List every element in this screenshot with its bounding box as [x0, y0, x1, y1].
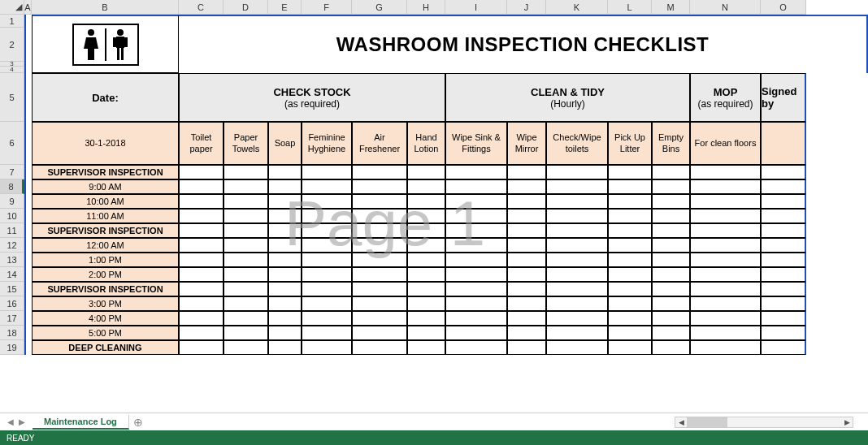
- select-all-corner[interactable]: ◢: [0, 0, 24, 15]
- row-header-7[interactable]: 7: [0, 165, 24, 179]
- checklist-cell[interactable]: [224, 223, 268, 238]
- row-header-10[interactable]: 10: [0, 209, 24, 223]
- checklist-cell[interactable]: [652, 223, 690, 238]
- supervisor-label[interactable]: SUPERVISOR INSPECTION: [32, 223, 179, 238]
- checklist-cell[interactable]: [224, 238, 268, 253]
- checklist-cell[interactable]: [302, 179, 352, 194]
- tab-maintenance-log[interactable]: Maintenance Log: [33, 415, 129, 430]
- checklist-cell[interactable]: [302, 326, 352, 340]
- checklist-cell[interactable]: [507, 296, 546, 311]
- checklist-cell[interactable]: [407, 238, 445, 253]
- checklist-cell[interactable]: [690, 326, 761, 340]
- checklist-cell[interactable]: [652, 253, 690, 267]
- checklist-cell[interactable]: [445, 253, 507, 267]
- checklist-cell[interactable]: [546, 194, 608, 209]
- checklist-cell[interactable]: [608, 179, 652, 194]
- checklist-cell[interactable]: [652, 282, 690, 296]
- checklist-cell[interactable]: [445, 296, 507, 311]
- checklist-cell[interactable]: [268, 282, 302, 296]
- scroll-right-icon[interactable]: ▶: [841, 417, 853, 427]
- checklist-cell[interactable]: [352, 311, 407, 326]
- checklist-cell[interactable]: [761, 326, 806, 340]
- checklist-cell[interactable]: [445, 194, 507, 209]
- time-label[interactable]: 12:00 AM: [32, 238, 179, 253]
- time-label[interactable]: 3:00 PM: [32, 296, 179, 311]
- checklist-cell[interactable]: [652, 194, 690, 209]
- scroll-thumb[interactable]: [687, 417, 727, 427]
- checklist-cell[interactable]: [352, 267, 407, 282]
- checklist-cell[interactable]: [445, 311, 507, 326]
- checklist-cell[interactable]: [179, 311, 224, 326]
- row-header-18[interactable]: 18: [0, 326, 24, 340]
- row-header-1[interactable]: 1: [0, 15, 24, 28]
- checklist-cell[interactable]: [179, 223, 224, 238]
- col-header-I[interactable]: I: [445, 0, 507, 15]
- checklist-cell[interactable]: [407, 194, 445, 209]
- checklist-cell[interactable]: [507, 311, 546, 326]
- row-header-15[interactable]: 15: [0, 282, 24, 296]
- checklist-cell[interactable]: [608, 238, 652, 253]
- checklist-cell[interactable]: [608, 267, 652, 282]
- checklist-cell[interactable]: [407, 267, 445, 282]
- checklist-cell[interactable]: [445, 165, 507, 179]
- checklist-cell[interactable]: [608, 296, 652, 311]
- time-label[interactable]: 11:00 AM: [32, 209, 179, 223]
- checklist-cell[interactable]: [546, 179, 608, 194]
- checklist-cell[interactable]: [302, 223, 352, 238]
- checklist-cell[interactable]: [546, 340, 608, 355]
- checklist-cell[interactable]: [507, 282, 546, 296]
- checklist-cell[interactable]: [407, 326, 445, 340]
- checklist-cell[interactable]: [507, 223, 546, 238]
- checklist-cell[interactable]: [761, 282, 806, 296]
- checklist-cell[interactable]: [224, 209, 268, 223]
- add-sheet-button[interactable]: ⊕: [129, 416, 147, 429]
- checklist-cell[interactable]: [761, 340, 806, 355]
- horizontal-scrollbar[interactable]: ◀ ▶: [675, 417, 853, 428]
- checklist-cell[interactable]: [302, 340, 352, 355]
- col-header-A[interactable]: A: [24, 0, 32, 15]
- checklist-cell[interactable]: [546, 296, 608, 311]
- col-header-F[interactable]: F: [302, 0, 352, 15]
- checklist-cell[interactable]: [352, 165, 407, 179]
- checklist-cell[interactable]: [652, 340, 690, 355]
- checklist-cell[interactable]: [690, 238, 761, 253]
- checklist-cell[interactable]: [268, 223, 302, 238]
- row-header-9[interactable]: 9: [0, 194, 24, 209]
- col-header-C[interactable]: C: [179, 0, 224, 15]
- checklist-cell[interactable]: [407, 311, 445, 326]
- supervisor-label[interactable]: SUPERVISOR INSPECTION: [32, 282, 179, 296]
- checklist-cell[interactable]: [761, 179, 806, 194]
- checklist-cell[interactable]: [690, 340, 761, 355]
- checklist-cell[interactable]: [761, 253, 806, 267]
- row-header-6[interactable]: 6: [0, 122, 24, 165]
- checklist-cell[interactable]: [761, 209, 806, 223]
- col-header-K[interactable]: K: [546, 0, 608, 15]
- checklist-cell[interactable]: [407, 179, 445, 194]
- checklist-cell[interactable]: [407, 282, 445, 296]
- col-header-D[interactable]: D: [224, 0, 268, 15]
- checklist-cell[interactable]: [761, 194, 806, 209]
- checklist-cell[interactable]: [608, 209, 652, 223]
- checklist-cell[interactable]: [608, 165, 652, 179]
- checklist-cell[interactable]: [302, 296, 352, 311]
- checklist-cell[interactable]: [352, 209, 407, 223]
- checklist-cell[interactable]: [224, 340, 268, 355]
- checklist-cell[interactable]: [268, 296, 302, 311]
- checklist-cell[interactable]: [652, 238, 690, 253]
- checklist-cell[interactable]: [302, 209, 352, 223]
- checklist-cell[interactable]: [224, 179, 268, 194]
- date-value[interactable]: 30-1-2018: [32, 122, 179, 165]
- checklist-cell[interactable]: [302, 253, 352, 267]
- col-header-H[interactable]: H: [407, 0, 445, 15]
- checklist-cell[interactable]: [690, 296, 761, 311]
- checklist-cell[interactable]: [546, 165, 608, 179]
- checklist-cell[interactable]: [690, 223, 761, 238]
- time-label[interactable]: 10:00 AM: [32, 194, 179, 209]
- checklist-cell[interactable]: [352, 253, 407, 267]
- row-header-5[interactable]: 5: [0, 73, 24, 122]
- checklist-cell[interactable]: [224, 194, 268, 209]
- col-header-B[interactable]: B: [32, 0, 179, 15]
- checklist-cell[interactable]: [224, 253, 268, 267]
- checklist-cell[interactable]: [179, 209, 224, 223]
- checklist-cell[interactable]: [268, 179, 302, 194]
